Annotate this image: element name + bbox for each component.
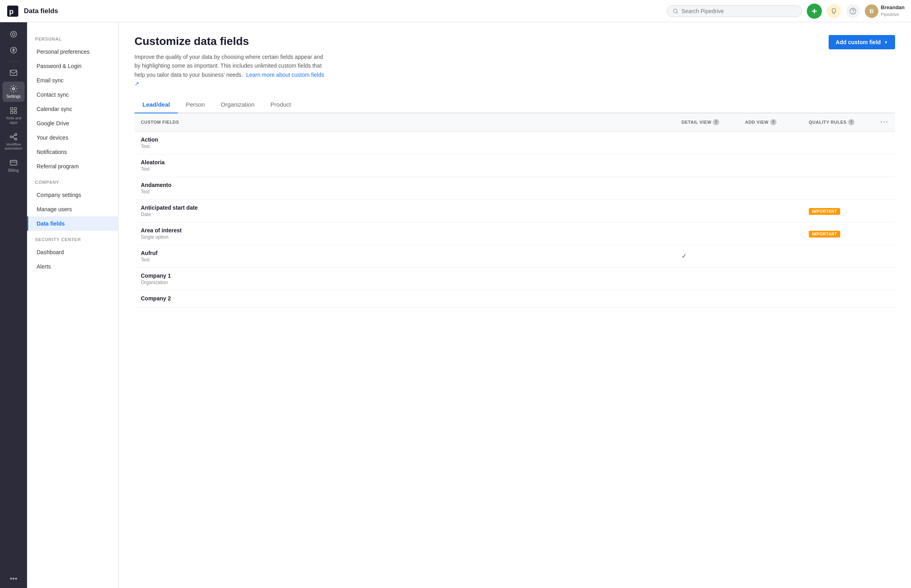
svg-point-5 — [11, 31, 17, 37]
sidebar-more-button[interactable]: ••• — [10, 575, 18, 583]
tools-icon — [10, 107, 18, 115]
sidebar-item-billing[interactable]: Billing — [2, 156, 25, 176]
search-input[interactable] — [681, 8, 785, 14]
field-action-more[interactable] — [874, 131, 895, 154]
sidebar-divider-1 — [7, 61, 20, 62]
field-andamento-more[interactable] — [874, 177, 895, 199]
user-avatar-area[interactable]: B Breandan Pipedrive — [865, 4, 905, 18]
nav-password-login[interactable]: Password & Login — [27, 59, 118, 73]
page-title: Data fields — [24, 7, 58, 15]
field-area-of-interest: Area of interest Single option — [134, 222, 675, 245]
sidebar-item-tools[interactable]: Tools and apps — [2, 103, 25, 128]
tips-button[interactable] — [827, 4, 841, 18]
sidebar-item-email[interactable] — [2, 66, 25, 80]
field-area-more[interactable] — [874, 222, 895, 245]
nav-calendar-sync[interactable]: Calendar sync — [27, 102, 118, 116]
main-header: Customize data fields Improve the qualit… — [134, 35, 895, 88]
question-icon — [849, 8, 856, 15]
svg-rect-11 — [14, 108, 17, 110]
security-section-label: SECURITY CENTER — [27, 231, 118, 245]
custom-fields-table: CUSTOM FIELDS DETAIL VIEW ? ADD VIEW ? — [134, 113, 895, 308]
svg-point-6 — [12, 33, 15, 36]
field-action: Action Text — [134, 131, 675, 154]
col-more: ··· — [874, 113, 895, 132]
field-company2-more[interactable] — [874, 290, 895, 307]
svg-rect-13 — [14, 111, 17, 114]
quality-rules-help-icon[interactable]: ? — [848, 119, 855, 125]
sidebar-tools-label: Tools and apps — [4, 116, 23, 125]
field-aleatoria-more[interactable] — [874, 154, 895, 177]
add-view-help-icon[interactable]: ? — [770, 119, 777, 125]
sidebar-settings-label: Settings — [6, 94, 21, 99]
sidebar-item-settings[interactable]: Settings — [2, 82, 25, 102]
detail-view-help-icon[interactable]: ? — [713, 119, 719, 125]
table-header: CUSTOM FIELDS DETAIL VIEW ? ADD VIEW ? — [134, 113, 895, 132]
nav-personal-preferences[interactable]: Personal preferences — [27, 45, 118, 59]
left-sidebar: Settings Tools and apps Workflow automat… — [0, 22, 27, 588]
col-custom-fields: CUSTOM FIELDS — [134, 113, 675, 132]
svg-rect-12 — [11, 111, 13, 114]
svg-rect-10 — [11, 108, 13, 110]
sidebar-billing-label: Billing — [8, 168, 19, 173]
nav-manage-users[interactable]: Manage users — [27, 202, 118, 216]
svg-point-9 — [13, 88, 15, 90]
field-andamento: Andamento Text — [134, 177, 675, 199]
main-description: Improve the quality of your data by choo… — [134, 53, 325, 88]
nav-alerts[interactable]: Alerts — [27, 259, 118, 274]
svg-point-15 — [15, 133, 17, 135]
user-name: Breandan Pipedrive — [881, 4, 905, 18]
table-more-icon[interactable]: ··· — [880, 118, 889, 126]
nav-your-devices[interactable]: Your devices — [27, 130, 118, 145]
search-bar[interactable] — [667, 5, 802, 17]
field-aufruf: Aufruf Text — [134, 245, 675, 267]
table-row: Action Text — [134, 131, 895, 154]
table-row: Area of interest Single option IMPORTANT — [134, 222, 895, 245]
nav-notifications[interactable]: Notifications — [27, 145, 118, 159]
lightbulb-icon — [830, 8, 837, 15]
tab-product[interactable]: Product — [263, 96, 299, 113]
field-aleatoria: Aleatoria Text — [134, 154, 675, 177]
settings-navigation: PERSONAL Personal preferences Password &… — [27, 22, 119, 588]
plus-icon — [810, 7, 818, 15]
main-title: Customize data fields — [134, 35, 325, 48]
tab-lead-deal[interactable]: Lead/deal — [134, 96, 178, 113]
table-row: Company 1 Organization — [134, 267, 895, 290]
mail-icon — [10, 69, 18, 77]
important-badge-area: IMPORTANT — [809, 231, 840, 238]
nav-email-sync[interactable]: Email sync — [27, 73, 118, 88]
pipedrive-logo-icon: p — [7, 6, 18, 17]
entity-tabs: Lead/deal Person Organization Product — [134, 96, 895, 113]
workflow-icon — [10, 133, 18, 141]
tab-person[interactable]: Person — [178, 96, 213, 113]
pipeline-icon — [10, 30, 18, 38]
main-header-text: Customize data fields Improve the qualit… — [134, 35, 325, 88]
field-action-quality-rules — [802, 131, 874, 154]
billing-icon — [10, 159, 18, 167]
add-custom-field-button[interactable]: Add custom field ▼ — [829, 35, 895, 49]
sidebar-item-deals[interactable] — [2, 43, 25, 57]
nav-contact-sync[interactable]: Contact sync — [27, 88, 118, 102]
field-anticipated-badge-cell: IMPORTANT — [802, 199, 874, 222]
field-action-add-view — [739, 131, 802, 154]
field-company-1: Company 1 Organization — [134, 267, 675, 290]
tab-organization[interactable]: Organization — [213, 96, 263, 113]
avatar: B — [865, 4, 878, 18]
nav-company-settings[interactable]: Company settings — [27, 188, 118, 202]
search-icon — [673, 8, 678, 14]
field-company1-more[interactable] — [874, 267, 895, 290]
nav-security-dashboard[interactable]: Dashboard — [27, 245, 118, 259]
help-button[interactable] — [846, 4, 860, 18]
svg-point-2 — [674, 9, 677, 12]
svg-point-14 — [10, 136, 12, 138]
svg-point-16 — [15, 138, 17, 140]
field-aufruf-more[interactable] — [874, 245, 895, 267]
add-button[interactable] — [807, 4, 822, 19]
nav-data-fields[interactable]: Data fields — [27, 216, 118, 231]
table-row: Aufruf Text ✓ — [134, 245, 895, 267]
topbar: p Data fields B Breandan Pipedrive — [0, 0, 911, 22]
sidebar-item-workflow[interactable]: Workflow automation — [2, 130, 25, 154]
nav-referral-program[interactable]: Referral program — [27, 159, 118, 173]
sidebar-item-pipeline[interactable] — [2, 27, 25, 41]
field-anticipated-more[interactable] — [874, 199, 895, 222]
nav-google-drive[interactable]: Google Drive — [27, 116, 118, 130]
